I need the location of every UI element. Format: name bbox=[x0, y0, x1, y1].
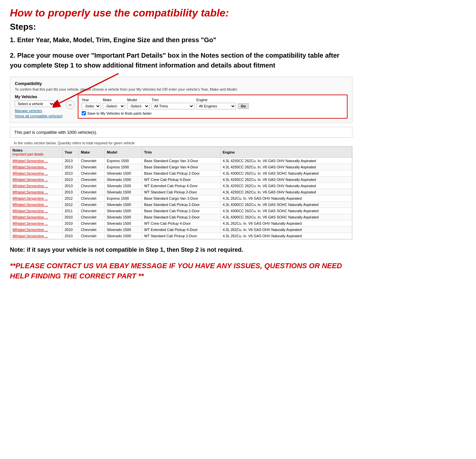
save-vehicles-checkbox[interactable] bbox=[82, 111, 86, 115]
select-vehicle-dropdown[interactable]: Select a vehicle bbox=[15, 100, 54, 107]
engine-cell: 4.3L 4300CC 262Cu. In. V6 GAS SOHC Natur… bbox=[220, 208, 352, 214]
notes-cell[interactable]: Mfrlabel:Serpentine ... bbox=[11, 183, 63, 189]
notes-cell[interactable]: Mfrlabel:Serpentine ... bbox=[11, 158, 63, 164]
model-label: Model bbox=[127, 98, 150, 102]
main-title: How to properly use the compatibility ta… bbox=[10, 7, 352, 19]
engine-cell: 4.3L 4300CC 262Cu. In. V6 GAS SOHC Natur… bbox=[220, 214, 352, 220]
year-cell: 2011 bbox=[63, 208, 79, 214]
step2-text: 2. Place your mouse over "Important Part… bbox=[10, 50, 352, 70]
notes-cell[interactable]: Mfrlabel:Serpentine ... bbox=[11, 189, 63, 195]
compat-widget-title: Compatibility bbox=[15, 81, 348, 86]
year-cell: 2013 bbox=[63, 158, 79, 164]
col-header-trim: Trim bbox=[142, 147, 220, 158]
model-cell: Silverado 1500 bbox=[105, 202, 142, 208]
year-cell: 2010 bbox=[63, 233, 79, 239]
notes-cell[interactable]: Mfrlabel:Serpentine ... bbox=[11, 202, 63, 208]
engine-select[interactable]: All Engines bbox=[196, 103, 236, 109]
save-vehicles-label: Save to My Vehicles to finds parts faste… bbox=[87, 111, 152, 115]
engine-cell: 4.3L 262Cu. In. V6 GAS OHV Naturally Asp… bbox=[220, 233, 352, 239]
model-select[interactable]: -Select- bbox=[127, 103, 150, 109]
engine-cell: 4.3L 4293CC 262Cu. In. V6 GAS OHV Natura… bbox=[220, 183, 352, 189]
table-row: Mfrlabel:Serpentine ...2013ChevroletSilv… bbox=[11, 183, 352, 189]
notes-cell[interactable]: Mfrlabel:Serpentine ... bbox=[11, 227, 63, 233]
col-header-make: Make bbox=[79, 147, 105, 158]
compatibility-section: Compatibility To confirm that this part … bbox=[10, 77, 352, 240]
make-cell: Chevrolet bbox=[79, 158, 105, 164]
make-cell: Chevrolet bbox=[79, 189, 105, 195]
trim-cell: Base Standard Cargo Van 3-Door bbox=[142, 158, 220, 164]
engine-cell: 4.3L 262Cu. In. V6 GAS OHV Naturally Asp… bbox=[220, 227, 352, 233]
year-cell: 2010 bbox=[63, 220, 79, 227]
make-select[interactable]: -Select- bbox=[103, 103, 125, 109]
trim-cell: WT Standard Cab Pickup 2-Door bbox=[142, 189, 220, 195]
make-cell: Chevrolet bbox=[79, 227, 105, 233]
trim-cell: Base Standard Cab Pickup 2-Door bbox=[142, 170, 220, 177]
trim-cell: Base Standard Cab Pickup 2-Door bbox=[142, 214, 220, 220]
make-cell: Chevrolet bbox=[79, 164, 105, 170]
engine-cell: 4.3L 262Cu. In. V6 GAS OHV Naturally Asp… bbox=[220, 220, 352, 227]
compat-note: In the notes section below, Quantity ref… bbox=[10, 140, 352, 146]
show-all-compatible-link[interactable]: [show all compatible vehicles] bbox=[15, 114, 63, 118]
model-cell: Silverado 1500 bbox=[105, 208, 142, 214]
year-cell: 2012 bbox=[63, 202, 79, 208]
model-cell: Silverado 1500 bbox=[105, 214, 142, 220]
ymm-form-section: Year Make Model Trim Engine -Select- -Se… bbox=[78, 95, 348, 119]
table-row: Mfrlabel:Serpentine ...2013ChevroletSilv… bbox=[11, 170, 352, 177]
table-row: Mfrlabel:Serpentine ...2013ChevroletSilv… bbox=[11, 189, 352, 195]
table-row: Mfrlabel:Serpentine...2013ChevroletExpre… bbox=[11, 164, 352, 170]
year-cell: 2010 bbox=[63, 227, 79, 233]
engine-cell: 4.3L 4300CC 262Cu. In. V6 GAS SOHC Natur… bbox=[220, 170, 352, 177]
notes-cell[interactable]: Mfrlabel:Serpentine ... bbox=[11, 170, 63, 177]
table-row: Mfrlabel:Serpentine ...2013ChevroletSilv… bbox=[11, 177, 352, 183]
steps-heading: Steps: bbox=[10, 22, 352, 32]
make-cell: Chevrolet bbox=[79, 214, 105, 220]
make-cell: Chevrolet bbox=[79, 195, 105, 202]
model-cell: Silverado 1500 bbox=[105, 220, 142, 227]
trim-cell: Base Standard Cab Pickup 2-Door bbox=[142, 202, 220, 208]
trim-cell: Base Standard Cargo Van 4-Door bbox=[142, 164, 220, 170]
notes-cell[interactable]: Mfrlabel:Serpentine ... bbox=[11, 177, 63, 183]
year-cell: 2013 bbox=[63, 189, 79, 195]
make-cell: Chevrolet bbox=[79, 208, 105, 214]
notes-cell[interactable]: Mfrlabel:Serpentine ... bbox=[11, 220, 63, 227]
make-cell: Chevrolet bbox=[79, 233, 105, 239]
notes-cell[interactable]: Mfrlabel:Serpentine ... bbox=[11, 195, 63, 202]
table-row: Mfrlabel:Serpentine ...2010ChevroletSilv… bbox=[11, 227, 352, 233]
trim-cell: WT Crew Cab Pickup 4-Door bbox=[142, 220, 220, 227]
model-cell: Silverado 1500 bbox=[105, 233, 142, 239]
my-vehicles-label: My Vehicles bbox=[15, 95, 63, 99]
make-cell: Chevrolet bbox=[79, 202, 105, 208]
compat-table: Notes Important part details Year Make M… bbox=[10, 147, 352, 239]
compat-notice: This part is compatible with 1000 vehicl… bbox=[10, 127, 352, 138]
table-row: Mfrlabel:Serpentine ...2012ChevroletSilv… bbox=[11, 202, 352, 208]
notes-cell[interactable]: Mfrlabel:Serpentine... bbox=[11, 164, 63, 170]
notes-cell[interactable]: Mfrlabel:Serpentine ... bbox=[11, 208, 63, 214]
engine-cell: 4.3L 4300CC 262Cu. In. V6 GAS SOHC Natur… bbox=[220, 202, 352, 208]
table-row: Mfrlabel:Serpentine ...2012ChevroletExpr… bbox=[11, 195, 352, 202]
trim-cell: WT Extended Cab Pickup 4-Door bbox=[142, 183, 220, 189]
col-header-year: Year bbox=[63, 147, 79, 158]
trim-cell: WT Extended Cab Pickup 4-Door bbox=[142, 227, 220, 233]
trim-cell: WT Crew Cab Pickup 4-Door bbox=[142, 177, 220, 183]
model-cell: Silverado 1500 bbox=[105, 177, 142, 183]
model-cell: Silverado 1500 bbox=[105, 227, 142, 233]
model-cell: Silverado 1500 bbox=[105, 183, 142, 189]
go-button[interactable]: Go bbox=[238, 103, 249, 109]
contact-text: **PLEASE CONTACT US VIA EBAY MESSAGE IF … bbox=[10, 261, 352, 281]
trim-cell: Base Standard Cargo Van 3-Door bbox=[142, 195, 220, 202]
make-cell: Chevrolet bbox=[79, 183, 105, 189]
engine-cell: 4.3L 262Cu. In. V6 GAS OHV Naturally Asp… bbox=[220, 195, 352, 202]
table-row: Mfrlabel:Serpentine ...2013ChevroletExpr… bbox=[11, 158, 352, 164]
col-header-engine: Engine bbox=[220, 147, 352, 158]
make-cell: Chevrolet bbox=[79, 177, 105, 183]
engine-label: Engine bbox=[196, 98, 236, 102]
trim-select[interactable]: All Trims bbox=[152, 103, 194, 109]
year-select[interactable]: -Select- bbox=[82, 103, 101, 109]
compatibility-widget: Compatibility To confirm that this part … bbox=[10, 77, 352, 123]
make-label: Make bbox=[103, 98, 125, 102]
dropdown-arrow-icon: ▼ bbox=[56, 102, 59, 106]
engine-cell: 4.3L 4293CC 262Cu. In. V6 GAS OHV Natura… bbox=[220, 177, 352, 183]
notes-cell[interactable]: Mfrlabel:Serpentine ... bbox=[11, 214, 63, 220]
manage-vehicles-link[interactable]: Manage vehicles bbox=[15, 109, 63, 113]
notes-cell[interactable]: Mfrlabel:Serpentine ... bbox=[11, 233, 63, 239]
